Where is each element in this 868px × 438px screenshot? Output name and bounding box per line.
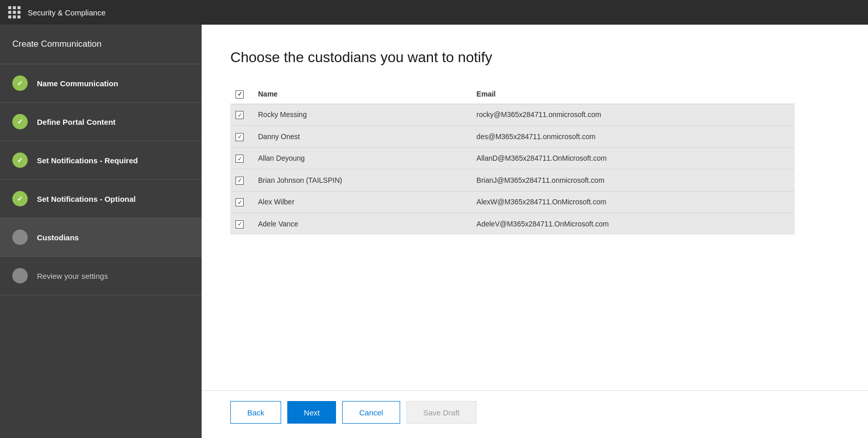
sidebar-item-custodians[interactable]: Custodians xyxy=(0,218,202,257)
topbar: Security & Compliance xyxy=(0,0,868,25)
content-footer: Back Next Cancel Save Draft xyxy=(202,390,868,438)
next-button[interactable]: Next xyxy=(287,401,336,424)
table-row: Danny Onestdes@M365x284711.onmicrosoft.c… xyxy=(230,126,795,148)
sidebar-item-define-portal-content[interactable]: ✓ Define Portal Content xyxy=(0,103,202,141)
row-checkbox[interactable] xyxy=(235,133,244,141)
row-name: Alex Wilber xyxy=(251,191,469,213)
row-checkbox[interactable] xyxy=(235,198,244,206)
row-name: Adele Vance xyxy=(251,213,469,235)
row-email: AlexW@M365x284711.OnMicrosoft.com xyxy=(469,191,795,213)
row-name: Danny Onest xyxy=(251,126,469,148)
sidebar-item-name-communication[interactable]: ✓ Name Communication xyxy=(0,64,202,103)
step-icon-custodians xyxy=(12,230,28,245)
app-launcher-icon[interactable] xyxy=(8,6,21,18)
row-name: Rocky Messing xyxy=(251,104,469,126)
row-name: Allan Deyoung xyxy=(251,147,469,169)
table-row: Adele VanceAdeleV@M365x284711.OnMicrosof… xyxy=(230,213,795,235)
row-email: AllanD@M365x284711.OnMicrosoft.com xyxy=(469,147,795,169)
row-checkbox-cell xyxy=(230,147,251,169)
save-draft-button: Save Draft xyxy=(406,401,477,424)
table-row: Rocky Messingrocky@M365x284711.onmicroso… xyxy=(230,104,795,126)
table-row: Alex WilberAlexW@M365x284711.OnMicrosoft… xyxy=(230,191,795,213)
sidebar-item-label-name-communication: Name Communication xyxy=(37,79,118,88)
row-checkbox-cell xyxy=(230,191,251,213)
row-checkbox-cell xyxy=(230,126,251,148)
row-name: Brian Johnson (TAILSPIN) xyxy=(251,169,469,192)
sidebar-header: Create Communication xyxy=(0,25,202,64)
sidebar: Create Communication ✓ Name Communicatio… xyxy=(0,25,202,438)
sidebar-item-label-custodians: Custodians xyxy=(37,233,79,242)
content-body: Choose the custodians you want to notify… xyxy=(202,25,868,390)
table-row: Brian Johnson (TAILSPIN)BrianJ@M365x2847… xyxy=(230,169,795,192)
sidebar-item-set-notifications-required[interactable]: ✓ Set Notifications - Required xyxy=(0,141,202,180)
row-checkbox[interactable] xyxy=(235,177,244,185)
checkmark-icon: ✓ xyxy=(17,118,23,126)
checkmark-icon: ✓ xyxy=(17,195,23,203)
checkmark-icon: ✓ xyxy=(17,79,23,87)
step-icon-define-portal-content: ✓ xyxy=(12,114,28,129)
row-checkbox[interactable] xyxy=(235,111,244,119)
row-checkbox[interactable] xyxy=(235,220,244,228)
sidebar-item-set-notifications-optional[interactable]: ✓ Set Notifications - Optional xyxy=(0,180,202,218)
row-checkbox-cell xyxy=(230,169,251,192)
row-email: AdeleV@M365x284711.OnMicrosoft.com xyxy=(469,213,795,235)
main-layout: Create Communication ✓ Name Communicatio… xyxy=(0,25,868,438)
step-icon-set-notifications-optional: ✓ xyxy=(12,191,28,206)
step-icon-review-settings xyxy=(12,268,28,283)
header-checkbox[interactable] xyxy=(235,90,244,99)
table-header-email: Email xyxy=(469,84,795,104)
topbar-title: Security & Compliance xyxy=(28,8,106,17)
back-button[interactable]: Back xyxy=(230,401,281,424)
sidebar-item-label-define-portal-content: Define Portal Content xyxy=(37,118,115,126)
sidebar-item-label-set-notifications-required: Set Notifications - Required xyxy=(37,156,138,165)
custodians-table: Name Email Rocky Messingrocky@M365x28471… xyxy=(230,84,795,235)
table-header-name: Name xyxy=(251,84,469,104)
cancel-button[interactable]: Cancel xyxy=(342,401,400,424)
table-row: Allan DeyoungAllanD@M365x284711.OnMicros… xyxy=(230,147,795,169)
sidebar-item-label-review-settings: Review your settings xyxy=(37,272,108,280)
row-checkbox[interactable] xyxy=(235,155,244,163)
row-email: BrianJ@M365x284711.onmicrosoft.com xyxy=(469,169,795,192)
step-icon-set-notifications-required: ✓ xyxy=(12,153,28,168)
page-title: Choose the custodians you want to notify xyxy=(230,49,839,66)
checkmark-icon: ✓ xyxy=(17,156,23,164)
sidebar-item-label-set-notifications-optional: Set Notifications - Optional xyxy=(37,195,136,203)
content-area: Choose the custodians you want to notify… xyxy=(202,25,868,438)
row-checkbox-cell xyxy=(230,104,251,126)
row-email: rocky@M365x284711.onmicrosoft.com xyxy=(469,104,795,126)
row-checkbox-cell xyxy=(230,213,251,235)
step-icon-name-communication: ✓ xyxy=(12,75,28,91)
sidebar-item-review-settings[interactable]: Review your settings xyxy=(0,257,202,295)
row-email: des@M365x284711.onmicrosoft.com xyxy=(469,126,795,148)
table-header-checkbox-cell xyxy=(230,84,251,104)
